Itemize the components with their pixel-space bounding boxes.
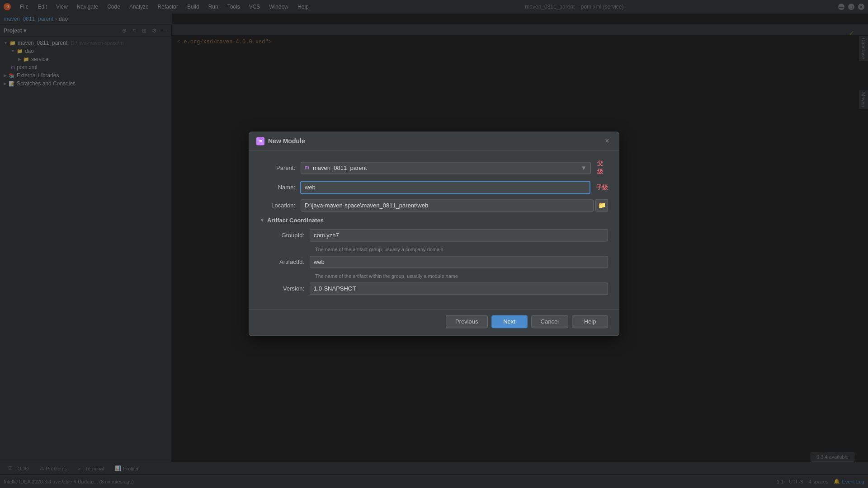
parent-dropdown-arrow: ▼ [581,164,587,171]
parent-value: maven_0811_parent [313,164,577,171]
name-label: Name: [260,184,301,191]
artifactid-input[interactable] [310,256,608,268]
location-control-wrap: 📁 [301,199,608,211]
parent-row: Parent: m maven_0811_parent ▼ 父级 [260,160,608,176]
dialog-close-button[interactable]: × [603,136,612,145]
parent-maven-icon: m [305,164,309,171]
version-control-wrap [310,282,608,295]
groupid-row: GroupId: [269,229,608,241]
help-button[interactable]: Help [572,315,608,328]
version-label: Version: [269,285,310,292]
artifact-section-header[interactable]: ▼ Artifact Coordinates [260,217,608,224]
new-module-dialog: m New Module × Parent: m maven_0811_pare… [249,131,619,336]
cancel-button[interactable]: Cancel [531,315,568,328]
location-input[interactable] [301,199,594,211]
artifact-section-title: Artifact Coordinates [267,217,324,224]
groupid-input[interactable] [310,229,608,241]
groupid-help: The name of the artifact group, usually … [315,247,608,252]
version-input[interactable] [310,282,608,295]
next-button[interactable]: Next [491,315,528,328]
artifactid-row: ArtifactId: [269,256,608,268]
parent-annotation: 父级 [597,160,608,176]
artifactid-help: The name of the artifact within the grou… [315,273,608,279]
name-annotation: 子级 [596,183,608,192]
location-field-row: 📁 [301,199,608,211]
dialog-title: New Module [268,137,599,145]
parent-label: Parent: [260,164,301,171]
name-control-wrap: 子级 [301,181,608,193]
artifact-section-body: GroupId: The name of the artifact group,… [260,229,608,295]
artifactid-label: ArtifactId: [269,258,310,265]
dialog-module-icon: m [256,137,264,145]
location-label: Location: [260,202,301,209]
groupid-label: GroupId: [269,232,310,239]
dialog-footer: Previous Next Cancel Help [249,309,619,335]
artifact-collapse-arrow: ▼ [260,218,264,223]
version-row: Version: [269,282,608,295]
browse-button[interactable]: 📁 [595,199,608,211]
groupid-control-wrap [310,229,608,241]
parent-control-wrap: m maven_0811_parent ▼ 父级 [301,160,608,176]
parent-select[interactable]: m maven_0811_parent ▼ [301,162,591,174]
dialog-body: Parent: m maven_0811_parent ▼ 父级 Name: 子… [249,150,619,309]
artifactid-control-wrap [310,256,608,268]
dialog-header: m New Module × [249,132,619,150]
name-input[interactable] [301,181,590,193]
location-row: Location: 📁 [260,199,608,211]
name-row: Name: 子级 [260,181,608,193]
previous-button[interactable]: Previous [446,315,488,328]
